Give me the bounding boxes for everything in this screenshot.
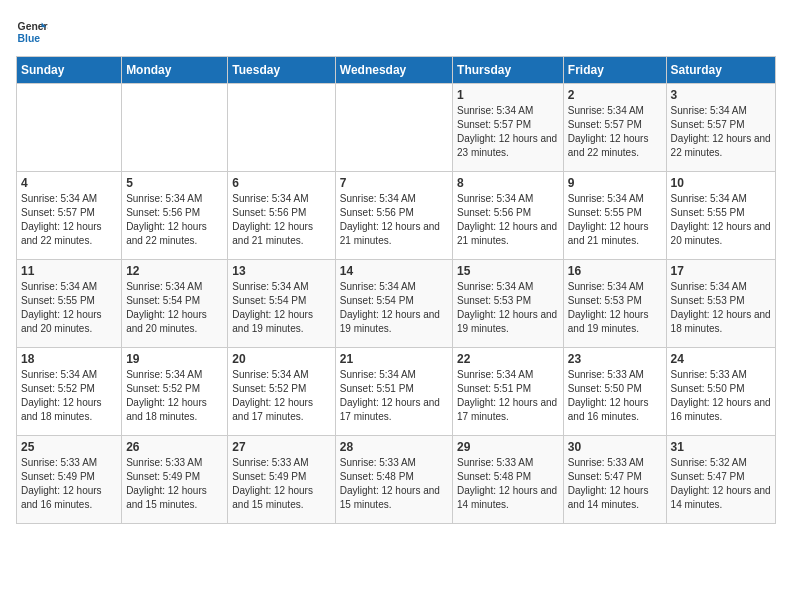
calendar-cell: 20 Sunrise: 5:34 AM Sunset: 5:52 PM Dayl… bbox=[228, 348, 335, 436]
daylight-text: Daylight: 12 hours and 15 minutes. bbox=[126, 485, 207, 510]
daylight-text: Daylight: 12 hours and 16 minutes. bbox=[568, 397, 649, 422]
day-number: 9 bbox=[568, 176, 662, 190]
sunrise-text: Sunrise: 5:33 AM bbox=[671, 369, 747, 380]
sunrise-text: Sunrise: 5:34 AM bbox=[568, 193, 644, 204]
daylight-text: Daylight: 12 hours and 17 minutes. bbox=[340, 397, 440, 422]
calendar-cell bbox=[228, 84, 335, 172]
calendar-cell: 10 Sunrise: 5:34 AM Sunset: 5:55 PM Dayl… bbox=[666, 172, 775, 260]
calendar-cell: 5 Sunrise: 5:34 AM Sunset: 5:56 PM Dayli… bbox=[122, 172, 228, 260]
calendar-cell: 25 Sunrise: 5:33 AM Sunset: 5:49 PM Dayl… bbox=[17, 436, 122, 524]
calendar-cell: 19 Sunrise: 5:34 AM Sunset: 5:52 PM Dayl… bbox=[122, 348, 228, 436]
weekday-header-saturday: Saturday bbox=[666, 57, 775, 84]
day-info: Sunrise: 5:34 AM Sunset: 5:55 PM Dayligh… bbox=[568, 192, 662, 248]
sunset-text: Sunset: 5:48 PM bbox=[457, 471, 531, 482]
day-info: Sunrise: 5:33 AM Sunset: 5:48 PM Dayligh… bbox=[340, 456, 448, 512]
sunrise-text: Sunrise: 5:34 AM bbox=[671, 281, 747, 292]
weekday-header-tuesday: Tuesday bbox=[228, 57, 335, 84]
calendar-cell: 14 Sunrise: 5:34 AM Sunset: 5:54 PM Dayl… bbox=[335, 260, 452, 348]
week-row-3: 11 Sunrise: 5:34 AM Sunset: 5:55 PM Dayl… bbox=[17, 260, 776, 348]
sunset-text: Sunset: 5:54 PM bbox=[340, 295, 414, 306]
sunset-text: Sunset: 5:52 PM bbox=[126, 383, 200, 394]
day-number: 15 bbox=[457, 264, 559, 278]
day-info: Sunrise: 5:34 AM Sunset: 5:57 PM Dayligh… bbox=[21, 192, 117, 248]
weekday-header-wednesday: Wednesday bbox=[335, 57, 452, 84]
page-header: General Blue bbox=[16, 16, 776, 48]
calendar-cell: 31 Sunrise: 5:32 AM Sunset: 5:47 PM Dayl… bbox=[666, 436, 775, 524]
day-info: Sunrise: 5:34 AM Sunset: 5:56 PM Dayligh… bbox=[232, 192, 330, 248]
calendar-cell: 7 Sunrise: 5:34 AM Sunset: 5:56 PM Dayli… bbox=[335, 172, 452, 260]
calendar-cell: 4 Sunrise: 5:34 AM Sunset: 5:57 PM Dayli… bbox=[17, 172, 122, 260]
sunrise-text: Sunrise: 5:34 AM bbox=[568, 105, 644, 116]
sunrise-text: Sunrise: 5:34 AM bbox=[126, 281, 202, 292]
calendar-cell: 11 Sunrise: 5:34 AM Sunset: 5:55 PM Dayl… bbox=[17, 260, 122, 348]
calendar-cell: 16 Sunrise: 5:34 AM Sunset: 5:53 PM Dayl… bbox=[563, 260, 666, 348]
day-info: Sunrise: 5:34 AM Sunset: 5:54 PM Dayligh… bbox=[232, 280, 330, 336]
day-number: 1 bbox=[457, 88, 559, 102]
day-number: 18 bbox=[21, 352, 117, 366]
calendar-cell: 18 Sunrise: 5:34 AM Sunset: 5:52 PM Dayl… bbox=[17, 348, 122, 436]
weekday-header-monday: Monday bbox=[122, 57, 228, 84]
day-number: 10 bbox=[671, 176, 771, 190]
daylight-text: Daylight: 12 hours and 17 minutes. bbox=[232, 397, 313, 422]
calendar-cell: 21 Sunrise: 5:34 AM Sunset: 5:51 PM Dayl… bbox=[335, 348, 452, 436]
daylight-text: Daylight: 12 hours and 15 minutes. bbox=[232, 485, 313, 510]
day-number: 24 bbox=[671, 352, 771, 366]
daylight-text: Daylight: 12 hours and 14 minutes. bbox=[457, 485, 557, 510]
day-number: 23 bbox=[568, 352, 662, 366]
day-info: Sunrise: 5:34 AM Sunset: 5:57 PM Dayligh… bbox=[457, 104, 559, 160]
calendar-cell: 22 Sunrise: 5:34 AM Sunset: 5:51 PM Dayl… bbox=[453, 348, 564, 436]
sunrise-text: Sunrise: 5:34 AM bbox=[457, 281, 533, 292]
day-number: 5 bbox=[126, 176, 223, 190]
day-number: 2 bbox=[568, 88, 662, 102]
calendar-cell: 13 Sunrise: 5:34 AM Sunset: 5:54 PM Dayl… bbox=[228, 260, 335, 348]
week-row-4: 18 Sunrise: 5:34 AM Sunset: 5:52 PM Dayl… bbox=[17, 348, 776, 436]
sunset-text: Sunset: 5:51 PM bbox=[457, 383, 531, 394]
sunset-text: Sunset: 5:56 PM bbox=[340, 207, 414, 218]
calendar-cell: 27 Sunrise: 5:33 AM Sunset: 5:49 PM Dayl… bbox=[228, 436, 335, 524]
calendar-cell: 9 Sunrise: 5:34 AM Sunset: 5:55 PM Dayli… bbox=[563, 172, 666, 260]
calendar-cell: 29 Sunrise: 5:33 AM Sunset: 5:48 PM Dayl… bbox=[453, 436, 564, 524]
week-row-1: 1 Sunrise: 5:34 AM Sunset: 5:57 PM Dayli… bbox=[17, 84, 776, 172]
daylight-text: Daylight: 12 hours and 21 minutes. bbox=[457, 221, 557, 246]
day-info: Sunrise: 5:34 AM Sunset: 5:55 PM Dayligh… bbox=[21, 280, 117, 336]
day-number: 21 bbox=[340, 352, 448, 366]
sunset-text: Sunset: 5:57 PM bbox=[457, 119, 531, 130]
calendar-cell: 1 Sunrise: 5:34 AM Sunset: 5:57 PM Dayli… bbox=[453, 84, 564, 172]
day-number: 16 bbox=[568, 264, 662, 278]
sunrise-text: Sunrise: 5:33 AM bbox=[568, 369, 644, 380]
day-info: Sunrise: 5:34 AM Sunset: 5:55 PM Dayligh… bbox=[671, 192, 771, 248]
day-number: 26 bbox=[126, 440, 223, 454]
sunrise-text: Sunrise: 5:34 AM bbox=[671, 105, 747, 116]
calendar-cell: 26 Sunrise: 5:33 AM Sunset: 5:49 PM Dayl… bbox=[122, 436, 228, 524]
calendar-cell: 3 Sunrise: 5:34 AM Sunset: 5:57 PM Dayli… bbox=[666, 84, 775, 172]
day-info: Sunrise: 5:34 AM Sunset: 5:52 PM Dayligh… bbox=[21, 368, 117, 424]
day-info: Sunrise: 5:33 AM Sunset: 5:50 PM Dayligh… bbox=[671, 368, 771, 424]
svg-text:Blue: Blue bbox=[18, 33, 41, 44]
day-info: Sunrise: 5:34 AM Sunset: 5:56 PM Dayligh… bbox=[457, 192, 559, 248]
week-row-5: 25 Sunrise: 5:33 AM Sunset: 5:49 PM Dayl… bbox=[17, 436, 776, 524]
day-number: 31 bbox=[671, 440, 771, 454]
sunrise-text: Sunrise: 5:34 AM bbox=[340, 281, 416, 292]
daylight-text: Daylight: 12 hours and 20 minutes. bbox=[671, 221, 771, 246]
calendar-cell: 12 Sunrise: 5:34 AM Sunset: 5:54 PM Dayl… bbox=[122, 260, 228, 348]
sunrise-text: Sunrise: 5:34 AM bbox=[457, 193, 533, 204]
daylight-text: Daylight: 12 hours and 16 minutes. bbox=[671, 397, 771, 422]
sunset-text: Sunset: 5:53 PM bbox=[671, 295, 745, 306]
sunrise-text: Sunrise: 5:34 AM bbox=[671, 193, 747, 204]
day-info: Sunrise: 5:32 AM Sunset: 5:47 PM Dayligh… bbox=[671, 456, 771, 512]
sunrise-text: Sunrise: 5:33 AM bbox=[568, 457, 644, 468]
sunrise-text: Sunrise: 5:34 AM bbox=[340, 193, 416, 204]
sunset-text: Sunset: 5:50 PM bbox=[671, 383, 745, 394]
day-info: Sunrise: 5:33 AM Sunset: 5:50 PM Dayligh… bbox=[568, 368, 662, 424]
daylight-text: Daylight: 12 hours and 19 minutes. bbox=[340, 309, 440, 334]
daylight-text: Daylight: 12 hours and 20 minutes. bbox=[126, 309, 207, 334]
sunrise-text: Sunrise: 5:34 AM bbox=[21, 281, 97, 292]
sunrise-text: Sunrise: 5:33 AM bbox=[457, 457, 533, 468]
sunset-text: Sunset: 5:55 PM bbox=[671, 207, 745, 218]
sunrise-text: Sunrise: 5:33 AM bbox=[232, 457, 308, 468]
calendar-cell: 2 Sunrise: 5:34 AM Sunset: 5:57 PM Dayli… bbox=[563, 84, 666, 172]
calendar-cell: 30 Sunrise: 5:33 AM Sunset: 5:47 PM Dayl… bbox=[563, 436, 666, 524]
calendar-cell: 28 Sunrise: 5:33 AM Sunset: 5:48 PM Dayl… bbox=[335, 436, 452, 524]
calendar-cell: 8 Sunrise: 5:34 AM Sunset: 5:56 PM Dayli… bbox=[453, 172, 564, 260]
sunset-text: Sunset: 5:52 PM bbox=[232, 383, 306, 394]
